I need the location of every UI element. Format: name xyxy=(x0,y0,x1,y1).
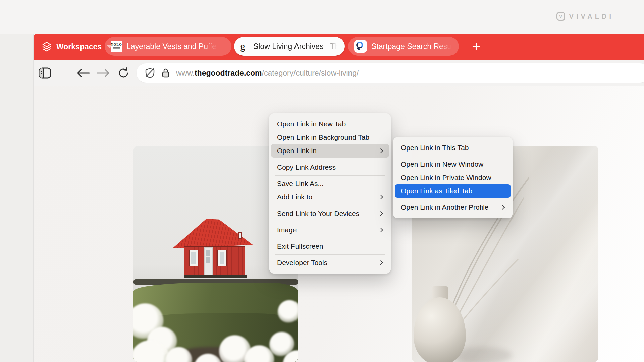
submenu-chevron-icon xyxy=(378,260,383,265)
shield-blocker-off-icon xyxy=(145,67,155,79)
menu-divider xyxy=(275,175,385,176)
submenu-chevron-icon xyxy=(500,205,505,210)
startpage-favicon xyxy=(354,40,367,53)
menu-divider xyxy=(399,156,506,156)
forward-arrow-icon xyxy=(96,68,111,78)
vivaldi-wordmark: VIVALDI xyxy=(569,13,614,20)
vivaldi-logo-icon: V xyxy=(556,12,565,21)
vivaldi-brand: V VIVALDI xyxy=(556,12,614,21)
submenu-chevron-icon xyxy=(378,228,383,232)
tab-layerable-vests[interactable]: YOLO Layerable Vests and Puffer xyxy=(105,37,231,56)
menu-divider xyxy=(275,159,385,159)
menu-item-open-link-in[interactable]: Open Link in xyxy=(271,144,389,158)
tab-startpage-results[interactable]: Startpage Search Results xyxy=(348,37,459,56)
address-bar[interactable]: www.thegoodtrade.com/category/culture/sl… xyxy=(137,63,644,83)
url-text: www.thegoodtrade.com/category/culture/sl… xyxy=(176,69,359,78)
workspaces-label: Workspaces xyxy=(56,42,102,51)
menu-divider xyxy=(275,238,385,238)
submenu-chevron-icon xyxy=(378,195,383,199)
menu-item-copy-link-address[interactable]: Copy Link Address xyxy=(271,161,389,174)
url-domain: thegoodtrade.com xyxy=(195,69,262,77)
new-tab-button[interactable]: + xyxy=(467,37,486,56)
tab-label: Startpage Search Results xyxy=(371,42,453,51)
workspaces-layers-icon xyxy=(41,41,52,52)
menu-divider xyxy=(275,222,385,222)
menu-item-send-link-to-devices[interactable]: Send Link to Your Devices xyxy=(271,207,389,220)
tab-slow-living-archives[interactable]: g Slow Living Archives - The xyxy=(234,37,345,56)
address-toolbar: www.thegoodtrade.com/category/culture/sl… xyxy=(34,60,644,86)
tab-label: Layerable Vests and Puffer xyxy=(126,42,219,51)
thegoodtrade-favicon: g xyxy=(240,42,249,51)
submenu-item-open-link-this-tab[interactable]: Open Link in This Tab xyxy=(395,141,511,155)
reload-button[interactable] xyxy=(115,64,132,82)
submenu-item-open-link-new-window[interactable]: Open Link in New Window xyxy=(395,158,511,171)
menu-item-save-link-as[interactable]: Save Link As... xyxy=(271,177,389,190)
submenu-item-open-link-another-profile[interactable]: Open Link in Another Profile xyxy=(395,201,511,214)
reload-icon xyxy=(117,67,130,79)
url-subdomain: www. xyxy=(176,69,195,77)
menu-item-open-link-background-tab[interactable]: Open Link in Background Tab xyxy=(271,131,389,144)
panel-toggle-button[interactable] xyxy=(36,64,54,82)
yolo-favicon: YOLO xyxy=(111,41,122,52)
window-left-margin xyxy=(0,34,34,362)
link-context-menu: Open Link in New Tab Open Link in Backgr… xyxy=(269,113,391,274)
workspaces-button[interactable]: Workspaces xyxy=(38,37,115,56)
vivaldi-browser: V VIVALDI Workspaces YOLO Layerable V xyxy=(0,0,644,362)
menu-divider xyxy=(275,205,385,205)
menu-divider xyxy=(399,199,506,199)
menu-item-open-link-new-tab[interactable]: Open Link in New Tab xyxy=(271,117,389,131)
submenu-chevron-icon xyxy=(378,148,383,153)
menu-item-developer-tools[interactable]: Developer Tools xyxy=(271,256,389,269)
back-button[interactable] xyxy=(74,64,92,82)
sidebar-panel-icon xyxy=(38,67,52,79)
submenu-item-open-link-private-window[interactable]: Open Link in Private Window xyxy=(395,171,511,184)
submenu-chevron-icon xyxy=(378,211,383,216)
lock-icon xyxy=(161,68,170,78)
back-arrow-icon xyxy=(76,68,91,78)
open-link-in-submenu: Open Link in This Tab Open Link in New W… xyxy=(393,137,513,218)
submenu-item-open-link-tiled-tab[interactable]: Open Link as Tiled Tab xyxy=(395,184,511,198)
menu-item-add-link-to[interactable]: Add Link to xyxy=(271,190,389,204)
menu-item-image[interactable]: Image xyxy=(271,223,389,237)
desktop-titlebar: V VIVALDI xyxy=(0,0,644,34)
url-path: /category/culture/slow-living/ xyxy=(262,69,359,77)
forward-button[interactable] xyxy=(95,64,112,82)
menu-item-exit-fullscreen[interactable]: Exit Fullscreen xyxy=(271,240,389,253)
tab-label: Slow Living Archives - The xyxy=(253,42,339,51)
tab-bar: Workspaces YOLO Layerable Vests and Puff… xyxy=(34,34,644,60)
menu-divider xyxy=(275,254,385,255)
